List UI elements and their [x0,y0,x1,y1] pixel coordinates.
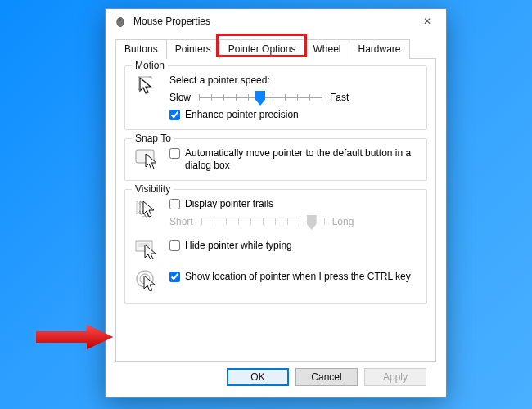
pointer-speed-slider[interactable]: Slow Fast [169,89,418,106]
tab-bar: ButtonsPointersPointer OptionsWheelHardw… [115,38,436,59]
motion-cursor-icon [135,74,160,97]
titlebar[interactable]: Mouse Properties ✕ [106,9,446,34]
trails-icon [135,198,160,221]
group-motion-title: Motion [132,60,168,71]
ctrl-locate-icon [135,269,160,292]
long-label: Long [332,216,354,227]
tab-pointer-options[interactable]: Pointer Options [219,39,305,59]
group-visibility: Visibility Display pointer trails [124,189,427,304]
group-motion: Motion Select a pointer speed: Slow [124,65,427,130]
short-label: Short [169,216,193,227]
tab-wheel[interactable]: Wheel [304,39,349,59]
group-snapto: Snap To Automatically move pointer to th… [124,138,427,181]
tab-hardware[interactable]: Hardware [349,39,409,59]
apply-button: Apply [364,368,426,386]
snapto-checkbox[interactable]: Automatically move pointer to the defaul… [169,147,418,172]
tab-pointers[interactable]: Pointers [166,39,220,59]
window-title: Mouse Properties [133,16,408,27]
svg-marker-8 [36,325,113,349]
snapto-icon [135,147,160,170]
group-snapto-title: Snap To [132,133,174,144]
mouse-properties-dialog: Mouse Properties ✕ ButtonsPointersPointe… [105,8,447,398]
tab-panel-pointer-options: Motion Select a pointer speed: Slow [115,59,436,362]
hide-typing-checkbox[interactable]: Hide pointer while typing [169,240,418,252]
tab-buttons[interactable]: Buttons [115,39,167,59]
trails-checkbox[interactable]: Display pointer trails [169,198,418,210]
annotation-arrow [36,325,113,349]
cancel-button[interactable]: Cancel [295,368,358,386]
ctrl-locate-checkbox[interactable]: Show location of pointer when I press th… [169,271,418,283]
close-icon: ✕ [423,16,431,27]
group-visibility-title: Visibility [132,183,174,195]
slow-label: Slow [169,92,191,103]
svg-marker-9 [36,325,113,349]
fast-label: Fast [330,92,349,103]
pointer-speed-label: Select a pointer speed: [169,74,418,86]
trails-slider: Short Long [169,213,418,230]
mouse-icon [114,15,127,28]
ok-button[interactable]: OK [227,368,289,386]
close-button[interactable]: ✕ [408,9,446,34]
enhance-precision-checkbox[interactable]: Enhance pointer precision [169,109,418,121]
dialog-button-row: OK Cancel Apply [115,362,436,386]
hide-typing-icon [135,238,160,261]
